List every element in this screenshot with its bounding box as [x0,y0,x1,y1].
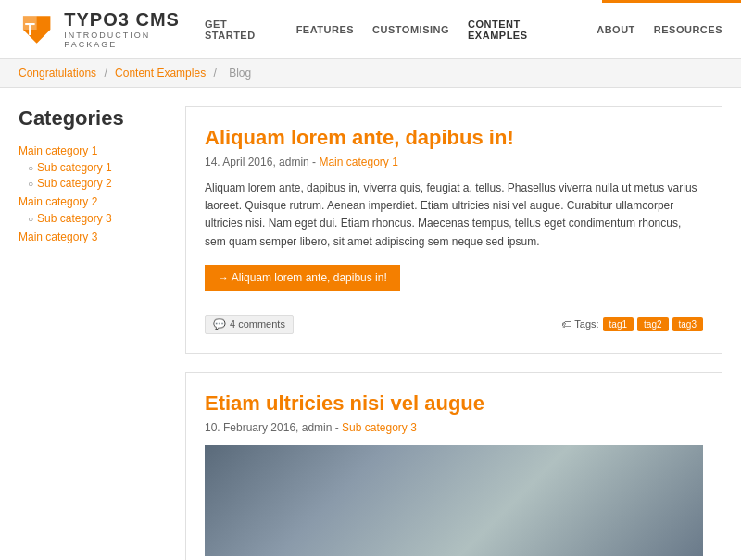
post-2-date: 10. February 2016, admin [205,421,332,434]
nav-resources[interactable]: RESOURCES [654,24,722,35]
post-1-date: 14. April 2016, admin [205,156,309,168]
post-1-category[interactable]: Main category 1 [319,156,397,168]
post-1-meta: 14. April 2016, admin - Main category 1 [205,156,703,168]
tags-text: Tags: [574,318,598,330]
category-1-subs: Sub category 1 Sub category 2 [28,161,167,190]
post-1-read-more[interactable]: → Aliquam lorem ante, dapibus in! [205,265,400,291]
logo-subtitle: INTRODUCTION PACKAGE [64,31,205,49]
logo-text: TYPO3 CMS INTRODUCTION PACKAGE [64,9,205,49]
breadcrumb-congratulations[interactable]: Congratulations [19,67,96,80]
breadcrumb-sep2: / [213,67,220,80]
comment-icon: 💬 [213,318,226,330]
post-1-footer: 💬 4 comments 🏷 Tags: tag1 tag2 tag3 [205,305,703,334]
nav-get-started[interactable]: GET STARTED [205,19,278,41]
nav-content-examples[interactable]: CONTENT EXAMPLES [468,19,578,41]
post-1-tags: 🏷 Tags: tag1 tag2 tag3 [561,317,703,331]
post-2-dash: - [335,421,342,434]
sub-category-1[interactable]: Sub category 1 [28,161,167,174]
category-2-subs: Sub category 3 [28,212,167,225]
post-1-title: Aliquam lorem ante, dapibus in! [205,126,703,150]
post-1-excerpt: Aliquam lorem ante, dapibus in, viverra … [205,180,703,251]
main-nav: GET STARTED FEATURES CUSTOMISING CONTENT… [205,19,722,41]
nav-about[interactable]: ABOUT [597,24,635,35]
tags-label: 🏷 Tags: [561,318,598,330]
tag-1[interactable]: tag1 [603,317,634,331]
svg-text:T: T [25,19,35,38]
tag-2[interactable]: tag2 [637,317,668,331]
breadcrumb-sep1: / [104,67,110,80]
category-main-2[interactable]: Main category 2 [19,195,167,208]
sub-category-2[interactable]: Sub category 2 [28,177,167,190]
categories-title: Categories [19,106,167,131]
breadcrumb-content-examples[interactable]: Content Examples [115,67,206,80]
nav-features[interactable]: FEATURES [296,24,354,35]
nav-customising[interactable]: CUSTOMISING [372,24,449,35]
category-main-3[interactable]: Main category 3 [19,230,167,243]
post-1-comments[interactable]: 💬 4 comments [205,315,294,334]
post-2-title: Etiam ultricies nisi vel augue [205,392,703,416]
blog-post-2: Etiam ultricies nisi vel augue 10. Febru… [185,372,722,560]
logo-title: TYPO3 CMS [64,9,205,31]
post-2-image [205,445,703,556]
blog-post-1: Aliquam lorem ante, dapibus in! 14. Apri… [185,106,722,354]
tag-icon: 🏷 [561,318,571,330]
post-2-category[interactable]: Sub category 3 [342,421,417,434]
post-2-meta: 10. February 2016, admin - Sub category … [205,421,703,434]
tag-3[interactable]: tag3 [672,317,703,331]
logo: T TYPO3 CMS INTRODUCTION PACKAGE [19,9,205,49]
breadcrumb-blog: Blog [229,67,251,80]
sidebar: Categories Main category 1 Sub category … [19,106,167,560]
breadcrumb: Congratulations / Content Examples / Blo… [0,59,741,88]
sub-category-3[interactable]: Sub category 3 [28,212,167,225]
comments-count: 4 comments [230,318,285,330]
category-main-1[interactable]: Main category 1 [19,144,167,157]
site-header: T TYPO3 CMS INTRODUCTION PACKAGE GET STA… [0,0,741,59]
blog-content: Aliquam lorem ante, dapibus in! 14. Apri… [185,106,722,560]
accent-line [602,0,741,3]
typo3-logo-icon: T [19,11,55,48]
